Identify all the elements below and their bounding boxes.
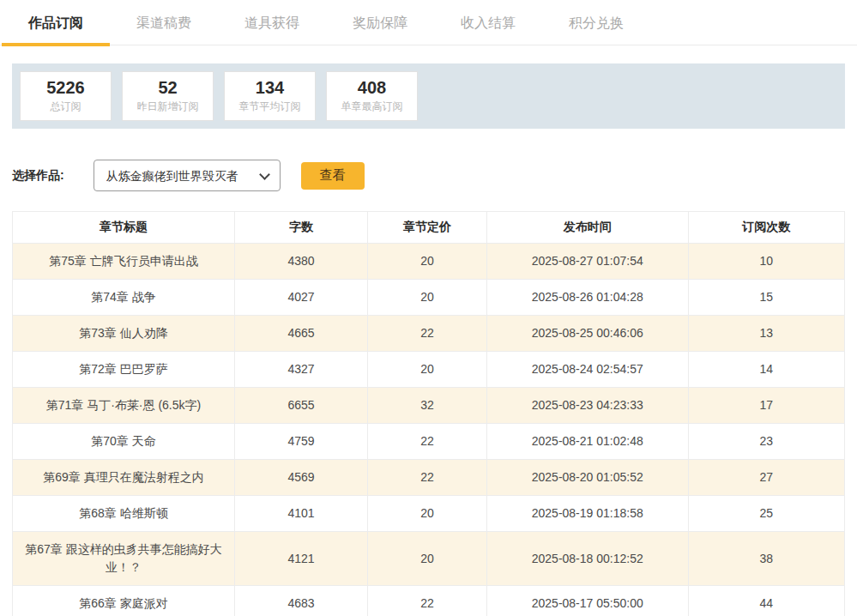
stat-card-total-subscriptions: 5226总订阅: [20, 71, 112, 121]
cell-chapter-price: 22: [368, 424, 487, 460]
cell-publish-time: 2025-08-17 05:50:00: [486, 586, 688, 616]
table-row: 第67章 跟这样的虫豸共事怎能搞好大业！？4121202025-08-18 00…: [13, 532, 845, 586]
stat-value: 52: [158, 78, 177, 97]
cell-subscription-count: 15: [688, 280, 844, 316]
select-work-label: 选择作品:: [12, 168, 64, 184]
tab-reward-guarantee[interactable]: 奖励保障: [326, 15, 434, 45]
table-header-row: 章节标题字数章节定价发布时间订阅次数: [13, 212, 845, 244]
cell-publish-time: 2025-08-25 00:46:06: [486, 316, 688, 352]
cell-chapter-title: 第72章 巴巴罗萨: [13, 352, 235, 388]
stat-value: 408: [358, 78, 386, 97]
table-row: 第66章 家庭派对4683222025-08-17 05:50:0044: [13, 586, 845, 616]
cell-subscription-count: 38: [688, 532, 844, 586]
stat-card-yesterday-new-subscriptions: 52昨日新增订阅: [122, 71, 214, 121]
table-row: 第72章 巴巴罗萨4327202025-08-24 02:54:5714: [13, 352, 845, 388]
cell-publish-time: 2025-08-24 02:54:57: [486, 352, 688, 388]
cell-chapter-price: 22: [368, 586, 487, 616]
table-row: 第69章 真理只在魔法射程之内4569222025-08-20 01:05:52…: [13, 460, 845, 496]
cell-chapter-price: 20: [368, 532, 487, 586]
cell-chapter-title: 第70章 天命: [13, 424, 235, 460]
cell-subscription-count: 14: [688, 352, 844, 388]
cell-chapter-price: 22: [368, 316, 487, 352]
cell-chapter-title: 第74章 战争: [13, 280, 235, 316]
stats-panel: 5226总订阅52昨日新增订阅134章节平均订阅408单章最高订阅: [12, 63, 845, 129]
column-header-subscription-count: 订阅次数: [688, 212, 844, 244]
cell-word-count: 4027: [234, 280, 367, 316]
cell-chapter-price: 20: [368, 352, 487, 388]
table-row: 第70章 天命4759222025-08-21 01:02:4823: [13, 424, 845, 460]
cell-subscription-count: 27: [688, 460, 844, 496]
tab-bar: 作品订阅渠道稿费道具获得奖励保障收入结算积分兑换: [0, 0, 857, 45]
table-body: 第75章 亡牌飞行员申请出战4380202025-08-27 01:07:541…: [13, 244, 845, 616]
cell-word-count: 4121: [234, 532, 367, 586]
table-row: 第74章 战争4027202025-08-26 01:04:2815: [13, 280, 845, 316]
tab-points-exchange[interactable]: 积分兑换: [542, 15, 650, 45]
cell-publish-time: 2025-08-27 01:07:54: [486, 244, 688, 280]
cell-word-count: 6655: [234, 388, 367, 424]
cell-chapter-price: 20: [368, 496, 487, 532]
column-header-chapter-price: 章节定价: [368, 212, 487, 244]
cell-chapter-price: 32: [368, 388, 487, 424]
stat-value: 5226: [46, 78, 85, 97]
cell-word-count: 4759: [234, 424, 367, 460]
cell-publish-time: 2025-08-21 01:02:48: [486, 424, 688, 460]
cell-chapter-price: 20: [368, 244, 487, 280]
cell-word-count: 4665: [234, 316, 367, 352]
tab-props-earned[interactable]: 道具获得: [218, 15, 326, 45]
cell-publish-time: 2025-08-26 01:04:28: [486, 280, 688, 316]
cell-chapter-title: 第67章 跟这样的虫豸共事怎能搞好大业！？: [13, 532, 235, 586]
table-row: 第73章 仙人劝降4665222025-08-25 00:46:0613: [13, 316, 845, 352]
table-row: 第75章 亡牌飞行员申请出战4380202025-08-27 01:07:541…: [13, 244, 845, 280]
cell-subscription-count: 10: [688, 244, 844, 280]
cell-subscription-count: 13: [688, 316, 844, 352]
cell-subscription-count: 23: [688, 424, 844, 460]
column-header-publish-time: 发布时间: [486, 212, 688, 244]
table-row: 第68章 哈维斯顿4101202025-08-19 01:18:5825: [13, 496, 845, 532]
stat-card-single-chapter-max-subscriptions: 408单章最高订阅: [326, 71, 418, 121]
table-row: 第71章 马丁·布莱·恩 (6.5k字)6655322025-08-23 04:…: [13, 388, 845, 424]
cell-publish-time: 2025-08-18 00:12:52: [486, 532, 688, 586]
cell-word-count: 4101: [234, 496, 367, 532]
work-select[interactable]: 从炼金癫佬到世界毁灭者: [94, 160, 281, 191]
stat-label: 昨日新增订阅: [137, 100, 199, 114]
cell-chapter-title: 第71章 马丁·布莱·恩 (6.5k字): [13, 388, 235, 424]
cell-chapter-title: 第73章 仙人劝降: [13, 316, 235, 352]
view-button[interactable]: 查看: [301, 162, 365, 190]
cell-publish-time: 2025-08-23 04:23:33: [486, 388, 688, 424]
cell-chapter-title: 第66章 家庭派对: [13, 586, 235, 616]
tab-works-subscription[interactable]: 作品订阅: [2, 15, 110, 45]
cell-subscription-count: 25: [688, 496, 844, 532]
cell-word-count: 4380: [234, 244, 367, 280]
cell-word-count: 4683: [234, 586, 367, 616]
cell-chapter-title: 第68章 哈维斯顿: [13, 496, 235, 532]
stat-value: 134: [256, 78, 284, 97]
stat-card-chapter-average-subscriptions: 134章节平均订阅: [224, 71, 316, 121]
work-select-wrap: 从炼金癫佬到世界毁灭者: [94, 160, 281, 191]
chapter-table: 章节标题字数章节定价发布时间订阅次数 第75章 亡牌飞行员申请出战4380202…: [12, 211, 845, 616]
cell-word-count: 4569: [234, 460, 367, 496]
stat-label: 总订阅: [51, 100, 81, 114]
stat-label: 章节平均订阅: [239, 100, 301, 114]
cell-publish-time: 2025-08-20 01:05:52: [486, 460, 688, 496]
cell-chapter-price: 20: [368, 280, 487, 316]
cell-subscription-count: 17: [688, 388, 844, 424]
cell-chapter-title: 第69章 真理只在魔法射程之内: [13, 460, 235, 496]
cell-chapter-title: 第75章 亡牌飞行员申请出战: [13, 244, 235, 280]
tab-channel-royalty[interactable]: 渠道稿费: [110, 15, 218, 45]
cell-publish-time: 2025-08-19 01:18:58: [486, 496, 688, 532]
cell-word-count: 4327: [234, 352, 367, 388]
cell-chapter-price: 22: [368, 460, 487, 496]
stat-label: 单章最高订阅: [341, 100, 403, 114]
cell-subscription-count: 44: [688, 586, 844, 616]
column-header-chapter-title: 章节标题: [13, 212, 235, 244]
filter-row: 选择作品: 从炼金癫佬到世界毁灭者 查看: [12, 160, 845, 191]
tab-income-settlement[interactable]: 收入结算: [434, 15, 542, 45]
column-header-word-count: 字数: [234, 212, 367, 244]
